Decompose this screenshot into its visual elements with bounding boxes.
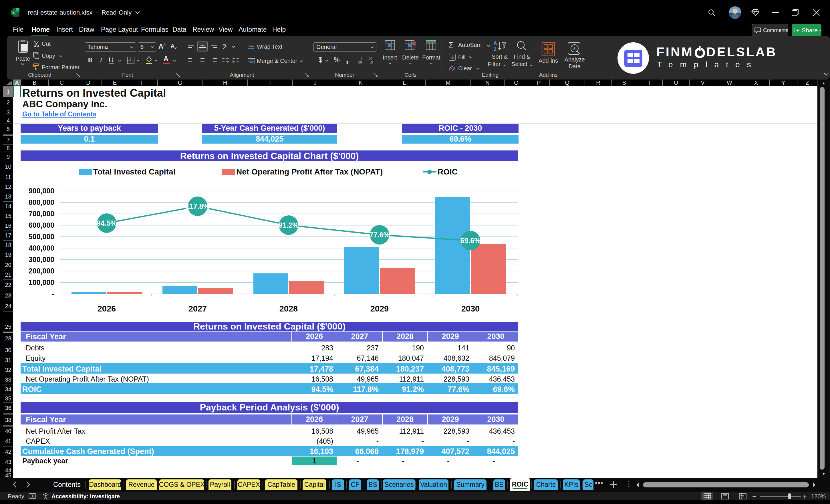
svg-text:ab: ab	[248, 44, 252, 48]
svg-text:.0: .0	[370, 61, 373, 64]
svg-text:2030: 2030	[461, 304, 480, 313]
svg-text:91.2%: 91.2%	[279, 221, 299, 229]
svg-text:69.6%: 69.6%	[460, 237, 481, 245]
svg-text:-: -	[52, 290, 54, 298]
svg-text:94.5%: 94.5%	[97, 219, 117, 227]
svg-text:800,000: 800,000	[29, 198, 54, 206]
svg-text:ROIC: ROIC	[438, 167, 458, 176]
svg-text:100,000: 100,000	[29, 278, 54, 286]
svg-text:117.8%: 117.8%	[186, 202, 210, 210]
svg-text:2028: 2028	[280, 304, 298, 313]
svg-text:77.6%: 77.6%	[370, 231, 390, 239]
svg-text:Z: Z	[493, 47, 497, 52]
svg-text:400,000: 400,000	[29, 244, 54, 252]
svg-text:2026: 2026	[98, 304, 116, 313]
svg-text:2029: 2029	[371, 304, 389, 313]
svg-text:.00: .00	[357, 61, 362, 64]
svg-text:900,000: 900,000	[29, 187, 54, 195]
svg-text:Total Invested Capital: Total Invested Capital	[93, 167, 175, 176]
svg-text:A: A	[493, 41, 497, 45]
svg-text:300,000: 300,000	[29, 255, 54, 263]
svg-text:x: x	[12, 10, 14, 14]
svg-text:2027: 2027	[189, 304, 207, 313]
svg-text:.0: .0	[360, 57, 362, 60]
svg-text:600,000: 600,000	[29, 221, 54, 229]
svg-text:ab: ab	[223, 43, 226, 46]
svg-text:700,000: 700,000	[29, 210, 54, 218]
svg-text:500,000: 500,000	[29, 232, 54, 241]
svg-text:Net Operating Profit After Tax: Net Operating Profit After Tax (NOPAT)	[236, 167, 383, 176]
svg-text:200,000: 200,000	[29, 267, 54, 275]
svg-text:.00: .00	[368, 57, 372, 60]
